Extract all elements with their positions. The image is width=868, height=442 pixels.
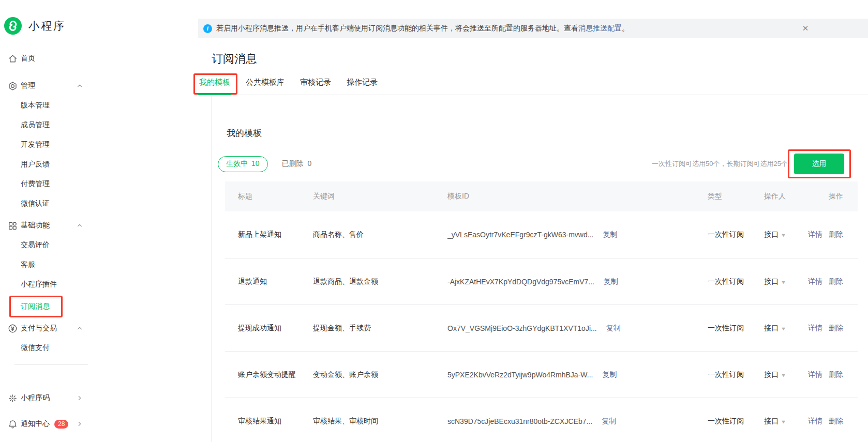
template-id-text: _yVLsEasOytr7vKeEFgr9czT-gkW63-mvwd... (447, 231, 593, 239)
chevron-right-icon[interactable] (76, 394, 84, 402)
table-row: 退款通知退款商品、退款金额-AjxKZAtHEvX7KpYdDQDgVdg975… (225, 258, 858, 304)
cell-type: 一次性订阅 (708, 324, 764, 333)
delete-link[interactable]: 删除 (829, 230, 843, 238)
delete-link[interactable]: 删除 (829, 417, 843, 425)
panel-heading: 我的模板 (227, 95, 868, 139)
column-header-template-id: 模板ID (447, 192, 708, 201)
cell-template-id: _yVLsEasOytr7vKeEFgr9czT-gkW63-mvwd...复制 (447, 230, 708, 239)
copy-link[interactable]: 复制 (606, 324, 621, 333)
select-template-button[interactable]: 选用 (794, 154, 844, 174)
bell-icon (7, 419, 18, 429)
operator-dropdown[interactable]: 接口▼ (764, 277, 806, 286)
operator-dropdown[interactable]: 接口▼ (764, 324, 806, 333)
cell-keywords: 退款商品、退款金额 (313, 277, 447, 286)
filter-deleted-count: 0 (308, 159, 312, 167)
notice-config-link[interactable]: 消息推送配置 (578, 24, 622, 33)
chevron-up-icon[interactable] (76, 82, 84, 90)
filter-row: 生效中10 已删除0 一次性订阅可选用50个，长期订阅可选用25个 选用 (227, 154, 844, 174)
tab-label: 操作记录 (347, 78, 378, 86)
tab-my-templates[interactable]: 我的模板 (198, 78, 231, 95)
cell-actions: 详情删除 (806, 230, 858, 239)
operator-dropdown[interactable]: 接口▼ (764, 417, 806, 426)
quota-hint: 一次性订阅可选用50个，长期订阅可选用25个 (652, 159, 788, 169)
sidebar-item-1[interactable]: 管理 (0, 76, 103, 96)
cell-title: 新品上架通知 (225, 230, 313, 239)
operator-dropdown[interactable]: 接口▼ (764, 230, 806, 239)
sidebar-item-8[interactable]: 基础功能 (0, 216, 103, 235)
sidebar-item-13[interactable]: 支付与交易 (0, 318, 103, 338)
cell-template-id: scN39D75cJjeBEcxu31nr80otb-ZCXJCEb7...复制 (447, 417, 708, 426)
table-row: 新品上架通知商品名称、售价_yVLsEasOytr7vKeEFgr9czT-gk… (225, 211, 858, 258)
column-header-actions: 操作 (806, 192, 858, 201)
sidebar-bottom-item-1[interactable]: 通知中心28 (0, 413, 103, 435)
delete-link[interactable]: 删除 (829, 277, 843, 285)
delete-link[interactable]: 删除 (829, 324, 843, 332)
chevron-up-icon[interactable] (76, 221, 84, 230)
sidebar-item-label: 通知中心 (21, 419, 50, 429)
sidebar-item-9[interactable]: 交易评价 (0, 235, 103, 255)
sidebar-item-11[interactable]: 小程序插件 (0, 275, 103, 294)
sidebar-item-0[interactable]: 首页 (0, 49, 103, 68)
detail-link[interactable]: 详情 (808, 417, 822, 425)
filter-active-pill[interactable]: 生效中10 (218, 156, 268, 172)
tab-label: 审核记录 (300, 78, 331, 86)
sidebar-item-4[interactable]: 开发管理 (0, 135, 103, 155)
sidebar-item-10[interactable]: 客服 (0, 255, 103, 275)
filter-deleted[interactable]: 已删除0 (282, 159, 312, 169)
chevron-right-icon[interactable] (76, 420, 84, 428)
copy-link[interactable]: 复制 (604, 277, 618, 286)
sidebar-item-7[interactable]: 微信认证 (0, 194, 103, 214)
minicode-icon (7, 393, 18, 403)
tab-operation-records[interactable]: 操作记录 (346, 78, 379, 95)
table-row: 提现成功通知提现金额、手续费Ox7V_VGSMj9EioO-3zhGYdgKBT… (225, 304, 858, 351)
copy-link[interactable]: 复制 (602, 417, 616, 426)
sidebar-item-2[interactable]: 版本管理 (0, 96, 103, 115)
caret-down-icon: ▼ (781, 373, 787, 378)
info-icon: i (203, 24, 212, 33)
chevron-up-icon[interactable] (76, 324, 84, 332)
caret-down-icon: ▼ (781, 419, 787, 424)
cell-actions: 详情删除 (806, 324, 858, 333)
filter-active-label: 生效中 (226, 159, 248, 167)
select-button-wrap: 选用 (794, 154, 844, 174)
sidebar-item-6[interactable]: 付费管理 (0, 174, 103, 194)
tab-review-records[interactable]: 审核记录 (299, 78, 332, 95)
cell-type: 一次性订阅 (708, 370, 764, 379)
caret-down-icon: ▼ (781, 233, 787, 238)
tab-bar: 我的模板公共模板库审核记录操作记录 (198, 78, 868, 95)
template-id-text: Ox7V_VGSMj9EioO-3zhGYdgKBT1XVT1oJi... (447, 324, 597, 332)
main-content: i 若启用小程序消息推送，用户在手机客户端使用订阅消息功能的相关事件，将会推送至… (198, 0, 868, 442)
cell-actions: 详情删除 (806, 370, 858, 379)
sidebar-bottom-item-0[interactable]: 小程序码 (0, 387, 103, 409)
detail-link[interactable]: 详情 (808, 324, 822, 332)
copy-link[interactable]: 复制 (602, 370, 617, 379)
detail-link[interactable]: 详情 (808, 230, 822, 238)
template-id-text: 5yPXE2KbvVeRz2dTyijw9pWo4RmhBJa-W... (447, 371, 593, 379)
sidebar-item-label: 开发管理 (21, 140, 50, 149)
cell-template-id: -AjxKZAtHEvX7KpYdDQDgVdg975vcEmV7...复制 (447, 277, 708, 286)
sidebar-item-label: 用户反馈 (21, 160, 50, 169)
notice-text-suffix: 。 (622, 24, 629, 33)
sidebar-item-14[interactable]: 微信支付 (0, 338, 103, 358)
template-id-text: scN39D75cJjeBEcxu31nr80otb-ZCXJCEb7... (447, 417, 592, 425)
table-row: 账户余额变动提醒变动金额、账户余额5yPXE2KbvVeRz2dTyijw9pW… (225, 351, 858, 398)
sidebar-item-3[interactable]: 成员管理 (0, 115, 103, 135)
sidebar-item-label: 首页 (21, 54, 35, 63)
notice-text: 若启用小程序消息推送，用户在手机客户端使用订阅消息功能的相关事件，将会推送至所配… (216, 24, 578, 33)
sidebar-divider (14, 364, 88, 365)
delete-link[interactable]: 删除 (829, 370, 843, 378)
cell-title: 账户余额变动提醒 (225, 370, 313, 379)
sidebar-item-label: 版本管理 (21, 101, 50, 110)
cell-keywords: 商品名称、售价 (313, 230, 447, 239)
column-header-type: 类型 (708, 192, 764, 201)
operator-label: 接口 (764, 370, 779, 378)
sidebar-item-5[interactable]: 用户反馈 (0, 155, 103, 174)
close-icon[interactable]: ✕ (801, 24, 810, 33)
copy-link[interactable]: 复制 (603, 230, 617, 239)
sidebar-item-12[interactable]: 订阅消息 (0, 297, 103, 316)
cell-template-id: Ox7V_VGSMj9EioO-3zhGYdgKBT1XVT1oJi...复制 (447, 324, 708, 333)
operator-dropdown[interactable]: 接口▼ (764, 370, 806, 379)
tab-public-library[interactable]: 公共模板库 (245, 78, 286, 95)
detail-link[interactable]: 详情 (808, 370, 822, 378)
detail-link[interactable]: 详情 (808, 277, 822, 285)
